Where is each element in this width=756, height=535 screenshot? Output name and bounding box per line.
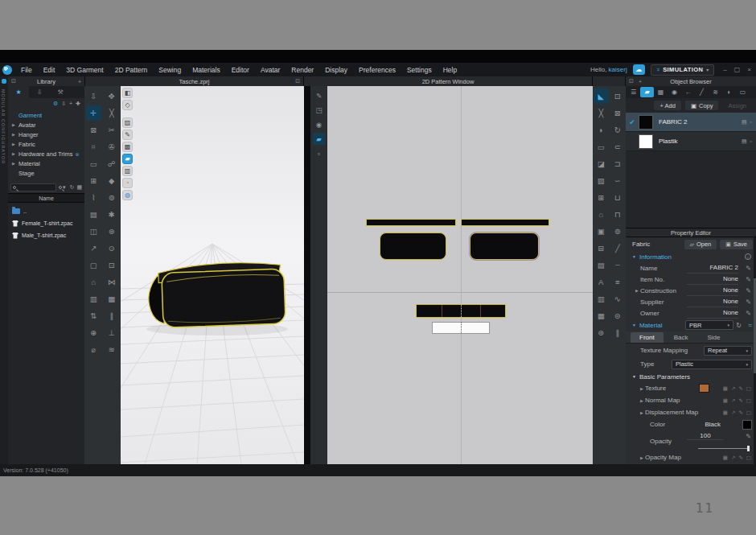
texture-swatch[interactable] xyxy=(699,384,709,393)
zipper-tool[interactable]: ▤ xyxy=(86,207,101,222)
favorites-tab[interactable]: ★ xyxy=(8,86,29,98)
add-point-tool[interactable]: ◗ xyxy=(594,122,609,138)
row-action-icon[interactable]: ▫ xyxy=(750,119,752,126)
map-action-icon[interactable]: ↗ xyxy=(731,455,735,461)
edit-pencil-icon[interactable]: ✎ xyxy=(746,265,751,272)
cloud-sync-button[interactable]: ☁ xyxy=(633,64,645,75)
map-action-icon[interactable]: ▢ xyxy=(746,385,751,392)
library-file--[interactable]: .. xyxy=(8,205,84,217)
library-toolbar-icon[interactable]: ↻ xyxy=(70,184,75,191)
grain-line-tool[interactable]: ╱ xyxy=(610,241,625,256)
viewport-3d[interactable]: ◧◇▨✎▩▰▥◔◍ xyxy=(121,86,304,464)
minimize-button[interactable]: – xyxy=(723,63,726,76)
sidebar-item-garment[interactable]: Garment xyxy=(8,110,84,120)
topstitch-tool[interactable]: ◫ xyxy=(86,224,101,239)
bind-tool[interactable]: ⋈ xyxy=(104,274,119,290)
notch-tool[interactable]: ⊟ xyxy=(594,241,609,256)
expand-arrow-icon[interactable]: ▶ xyxy=(12,161,15,166)
walking-tool[interactable]: ⊛ xyxy=(594,325,609,340)
library-name-column-header[interactable]: Name xyxy=(8,193,84,203)
downloads-tab[interactable]: ⇩ xyxy=(29,86,50,98)
puckering-tool[interactable]: ✱ xyxy=(104,207,119,222)
menu-item-preferences[interactable]: Preferences xyxy=(353,66,401,74)
button-tab[interactable]: ◉ xyxy=(668,87,681,97)
edit-texture-tool[interactable]: ✎ xyxy=(313,89,325,101)
rectangle-tool[interactable]: ⊂ xyxy=(610,139,625,154)
print-layout-tool[interactable]: ⊜ xyxy=(610,308,625,323)
pattern-piece-top-strip-left[interactable] xyxy=(366,219,456,226)
expand-arrow-icon[interactable]: ▶ xyxy=(640,398,643,403)
sidebar-item-fabric[interactable]: ▶Fabric xyxy=(8,139,84,149)
opacity-slider[interactable] xyxy=(698,448,750,449)
zipper-tab[interactable]: ← xyxy=(681,87,695,97)
pressure-tool[interactable]: ⊙ xyxy=(104,241,119,256)
menu-item-editor[interactable]: Editor xyxy=(226,66,255,74)
edit-curvature-tool[interactable]: ⊠ xyxy=(610,105,625,121)
show-garment-tool[interactable]: ◳ xyxy=(313,104,325,116)
menu-item-render[interactable]: Render xyxy=(286,66,319,74)
map-action-icon[interactable]: ▢ xyxy=(746,455,751,461)
shirring-tool[interactable]: ∿ xyxy=(610,291,625,307)
add-button[interactable]: + Add xyxy=(654,101,680,110)
copy-button[interactable]: ▣Copy xyxy=(685,101,719,110)
pattern-piece-white-strip[interactable] xyxy=(432,322,490,334)
remove-section-icon[interactable]: ✚ xyxy=(76,101,80,107)
map-action-icon[interactable]: ↗ xyxy=(731,385,735,392)
stitch-tab[interactable]: ╱ xyxy=(695,87,709,97)
modular-configurator-label[interactable]: MODULAR CONFIGURATOR xyxy=(1,89,6,164)
search-filter-icon[interactable]: ▾ xyxy=(59,184,66,191)
environment-mode[interactable]: ◍ xyxy=(122,190,133,200)
opacity-value[interactable]: 100 xyxy=(687,432,724,440)
garment-show-mode[interactable]: ◇ xyxy=(122,100,133,110)
polygon-tool[interactable]: ▭ xyxy=(594,139,609,154)
color-swatch[interactable] xyxy=(742,420,752,430)
expand-arrow-icon[interactable]: ▶ xyxy=(635,288,639,293)
trim-tab[interactable]: ▭ xyxy=(736,87,750,97)
map-action-icon[interactable]: ↗ xyxy=(731,409,735,416)
select-mesh-tool[interactable]: ⊠ xyxy=(86,122,101,138)
trace-tool[interactable]: ⊓ xyxy=(610,207,625,222)
type-dropdown[interactable]: Plastic▾ xyxy=(672,360,752,369)
open-button[interactable]: ▱Open xyxy=(684,240,717,249)
show-fabric-tool[interactable]: ▰ xyxy=(313,133,325,145)
fabric-swatch[interactable] xyxy=(639,134,653,149)
internal-rect-tool[interactable]: ⊞ xyxy=(594,190,609,205)
menu-item-settings[interactable]: Settings xyxy=(401,66,438,74)
save-button[interactable]: ▣Save xyxy=(720,240,753,249)
elastic-tool[interactable]: ≋ xyxy=(104,342,119,357)
edit-pencil-icon[interactable]: ✎ xyxy=(746,276,751,283)
grade-tool[interactable]: ⊞ xyxy=(86,173,101,188)
trim-tool[interactable]: ⊛ xyxy=(104,224,119,239)
information-section-header[interactable]: ▼ Information i xyxy=(626,251,756,262)
pattern-annotation-tool[interactable]: ┄ xyxy=(610,257,625,273)
menu-item-sewing[interactable]: Sewing xyxy=(153,66,187,74)
layer-tool[interactable]: ▥ xyxy=(86,291,101,307)
fabric-show-mode[interactable]: ▰ xyxy=(122,154,133,164)
thick-textured-mode[interactable]: ✎ xyxy=(122,130,133,140)
sidebar-item-avatar[interactable]: ▶Avatar xyxy=(8,120,84,130)
edit-pencil-icon[interactable]: ✎ xyxy=(746,298,751,306)
pattern-mode[interactable]: ▥ xyxy=(122,166,133,176)
sidebar-item-hanger[interactable]: ▶Hanger xyxy=(8,130,84,139)
menu-item-file[interactable]: File xyxy=(15,66,38,74)
edit-pattern-tool[interactable]: ⊡ xyxy=(610,88,625,104)
seam-allowance-tool[interactable]: ▣ xyxy=(594,224,609,239)
stress-tool[interactable]: ⊡ xyxy=(104,257,119,273)
row-action-icon[interactable]: ▤ xyxy=(742,138,747,145)
material-vray-icon[interactable]: ≈ xyxy=(749,322,752,329)
dart-tool-2d[interactable]: ⊐ xyxy=(610,156,625,171)
fabric-tab[interactable]: ▰ xyxy=(640,87,654,97)
pattern-list-tab[interactable]: ▦ xyxy=(654,87,668,97)
edit-pencil-icon[interactable]: ✎ xyxy=(746,433,751,440)
map-action-icon[interactable]: ✎ xyxy=(738,409,742,416)
show-info-tool[interactable]: ◉ xyxy=(313,118,325,130)
expand-arrow-icon[interactable]: ▶ xyxy=(12,151,15,156)
menu-item-2d-pattern[interactable]: 2D Pattern xyxy=(109,66,154,74)
object-browser-popout-icon[interactable]: ⊡ xyxy=(629,78,634,84)
tools-tab[interactable]: ⚒ xyxy=(50,86,71,98)
internal-line-tool[interactable]: ∽ xyxy=(610,173,625,188)
library-toolbar-icon[interactable]: ▦ xyxy=(76,184,82,191)
import-icon[interactable]: ⇩ xyxy=(61,101,66,107)
modular-configurator-icon[interactable] xyxy=(2,79,6,84)
expand-arrow-icon[interactable]: ▶ xyxy=(640,455,643,460)
